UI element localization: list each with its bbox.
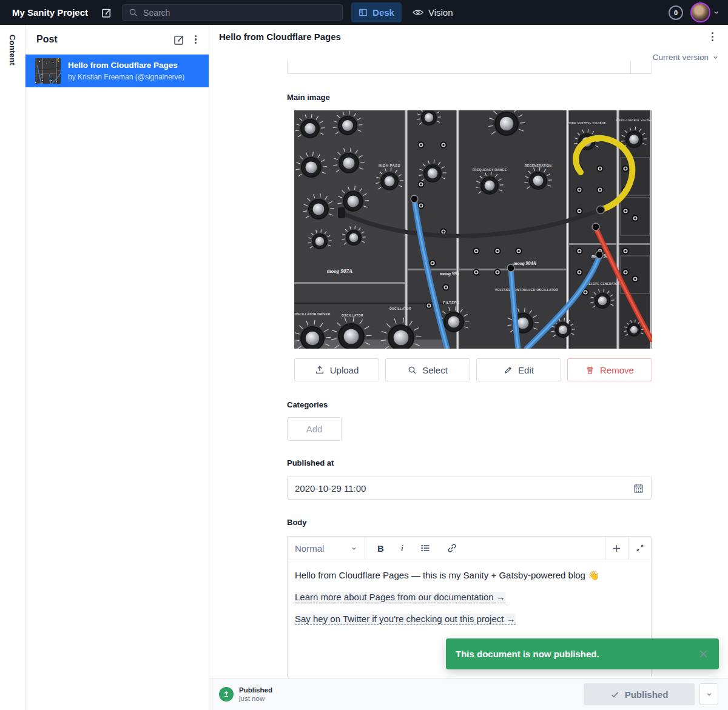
document-title: Hello from Cloudflare Pages — [219, 32, 707, 42]
link-button[interactable] — [439, 537, 465, 560]
tab-desk[interactable]: Desk — [351, 2, 402, 22]
insert-block-button[interactable] — [605, 537, 628, 560]
post-item-title: Hello from Cloudflare Pages — [68, 61, 184, 71]
editor-header: Hello from Cloudflare Pages — [209, 25, 728, 49]
published-at-input[interactable]: 2020-10-29 11:00 — [287, 477, 652, 500]
chevron-down-icon — [351, 545, 357, 552]
toast-close-button[interactable] — [698, 648, 709, 660]
published-status-icon — [219, 687, 234, 702]
upload-icon — [315, 365, 325, 375]
search-icon — [129, 8, 138, 17]
slug-generate-button-partial[interactable] — [630, 61, 652, 73]
pencil-icon — [504, 366, 513, 375]
toast-message: This document is now published. — [456, 649, 599, 659]
body-toolbar: Normal B i — [288, 537, 651, 560]
italic-button[interactable]: i — [393, 537, 412, 560]
expand-icon — [636, 544, 644, 552]
bullet-list-button[interactable] — [412, 537, 439, 560]
version-selector[interactable]: Current version — [653, 49, 719, 65]
new-document-button[interactable] — [101, 7, 112, 18]
body-link-documentation[interactable]: Learn more about Pages from our document… — [295, 592, 505, 603]
body-paragraph[interactable]: Hello from Cloudflare Pages — this is my… — [295, 569, 644, 582]
upload-button[interactable]: Upload — [294, 358, 379, 381]
desk-icon — [359, 8, 368, 17]
publish-status-title: Published — [239, 686, 272, 694]
publish-status-chip[interactable]: Published just now — [219, 686, 272, 702]
published-at-value: 2020-10-29 11:00 — [295, 483, 366, 494]
calendar-icon[interactable] — [633, 483, 644, 494]
top-bar: My Sanity Project Search Desk Vision 0 — [0, 0, 728, 25]
search-input[interactable]: Search — [122, 4, 343, 21]
image-actions: Upload Select Edit Remove — [294, 358, 652, 381]
publish-status-time: just now — [239, 695, 272, 702]
publish-button[interactable]: Published — [584, 683, 695, 705]
bold-button[interactable]: B — [365, 537, 393, 560]
chevron-down-icon — [706, 691, 713, 698]
body-link-twitter[interactable]: Say hey on Twitter if you're checking ou… — [295, 614, 516, 625]
content-rail: Content — [0, 25, 25, 710]
bullet-list-icon — [420, 543, 430, 553]
document-footer: Published just now Published — [209, 678, 728, 710]
version-label: Current version — [653, 53, 709, 62]
eye-icon — [413, 8, 423, 16]
content-rail-label[interactable]: Content — [8, 35, 17, 65]
tab-vision-label: Vision — [428, 7, 453, 18]
edit-button[interactable]: Edit — [476, 358, 561, 381]
main-image-preview[interactable] — [294, 110, 652, 349]
list-pane-header: Post — [25, 25, 209, 55]
document-editor-pane: Hello from Cloudflare Pages Current vers… — [209, 25, 728, 710]
published-at-label: Published at — [287, 458, 334, 467]
tab-desk-label: Desk — [372, 7, 394, 18]
document-form-scroll[interactable]: Main image Upload Select Edit Remove Cat… — [209, 55, 728, 678]
plus-icon — [612, 544, 621, 553]
trash-icon — [585, 366, 595, 375]
main-image-label: Main image — [287, 93, 330, 102]
search-placeholder: Search — [143, 8, 170, 18]
list-item-post[interactable]: Hello from Cloudflare Pages by Kristian … — [25, 55, 209, 87]
compose-icon — [174, 34, 185, 45]
document-menu-button[interactable] — [707, 28, 718, 45]
publish-toast: This document is now published. — [446, 638, 719, 669]
select-button[interactable]: Select — [385, 358, 470, 381]
document-list-pane: Post Hello from Cloudflare Pages by Kris… — [25, 25, 209, 710]
close-icon — [698, 648, 709, 660]
post-item-subtitle: by Kristian Freeman (@signalnerve) — [68, 73, 184, 81]
create-post-button[interactable] — [169, 34, 190, 45]
avatar[interactable] — [690, 2, 710, 22]
body-content[interactable]: Hello from Cloudflare Pages — this is my… — [288, 560, 651, 626]
remove-button[interactable]: Remove — [567, 358, 652, 381]
list-pane-title: Post — [36, 34, 169, 45]
fullscreen-button[interactable] — [628, 537, 651, 560]
link-icon — [447, 543, 457, 553]
tab-vision[interactable]: Vision — [413, 7, 453, 18]
project-title: My Sanity Project — [12, 7, 88, 18]
chevron-down-icon — [712, 54, 719, 61]
slug-field-partial[interactable] — [287, 61, 652, 74]
body-label: Body — [287, 518, 307, 527]
check-icon — [610, 690, 619, 699]
notification-badge[interactable]: 0 — [669, 5, 683, 20]
compose-icon — [101, 7, 112, 18]
user-menu-chevron-icon[interactable] — [713, 9, 720, 16]
paragraph-style-select[interactable]: Normal — [288, 537, 365, 560]
add-category-button[interactable]: Add — [287, 417, 342, 441]
publish-menu-chevron-button[interactable] — [699, 683, 718, 705]
search-icon — [408, 366, 417, 375]
categories-label: Categories — [287, 400, 328, 409]
post-thumbnail — [35, 58, 61, 84]
list-pane-menu-button[interactable] — [190, 35, 201, 44]
